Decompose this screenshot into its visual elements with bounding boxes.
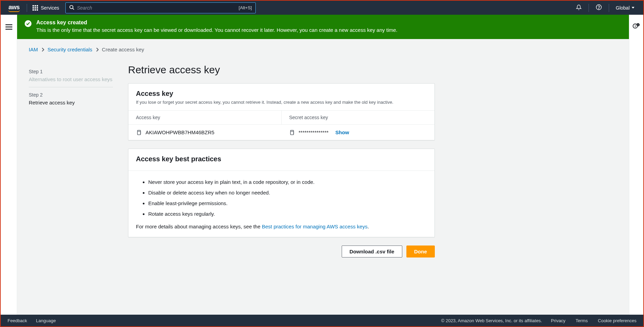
svg-text:i: i	[637, 23, 638, 26]
list-item: Enable least-privilege permissions.	[148, 200, 427, 207]
svg-rect-0	[33, 5, 34, 7]
done-button[interactable]: Done	[406, 246, 435, 257]
action-buttons: Download .csv file Done	[128, 246, 435, 257]
help-icon	[596, 4, 602, 11]
best-practices-list: Never store your access key in plain tex…	[136, 178, 427, 217]
search-icon	[69, 5, 74, 11]
divider	[589, 4, 589, 12]
list-item: Never store your access key in plain tex…	[148, 178, 427, 186]
step-1[interactable]: Step 1 Alternatives to root user access …	[29, 64, 113, 87]
aws-logo[interactable]: aws	[5, 4, 25, 12]
step-label: Alternatives to root user access keys	[29, 76, 113, 82]
panel-title: Access key best practices	[136, 155, 427, 163]
main-content-scroll[interactable]: Access key created This is the only time…	[17, 15, 629, 315]
column-header-access-key: Access key	[128, 111, 282, 124]
svg-rect-16	[138, 131, 141, 135]
copy-icon[interactable]	[136, 130, 141, 135]
banner-message: This is the only time that the secret ac…	[36, 27, 397, 33]
breadcrumb-current: Create access key	[102, 47, 144, 52]
notifications-button[interactable]	[571, 1, 586, 15]
divider	[609, 4, 609, 12]
svg-rect-4	[35, 7, 36, 9]
step-2[interactable]: Step 2 Retrieve access key	[29, 87, 113, 110]
svg-rect-6	[33, 9, 34, 11]
footer: Feedback Language © 2023, Amazon Web Ser…	[1, 315, 643, 326]
check-circle-icon	[25, 20, 31, 27]
svg-rect-17	[291, 131, 294, 135]
services-label: Services	[41, 5, 59, 11]
breadcrumb: IAM Security credentials Create access k…	[29, 47, 435, 52]
footer-language-link[interactable]: Language	[36, 318, 56, 323]
column-header-secret: Secret access key	[282, 111, 435, 124]
svg-rect-14	[5, 27, 12, 28]
panel-description: If you lose or forget your secret access…	[136, 100, 427, 105]
aws-smile-icon	[8, 10, 20, 12]
info-icon[interactable]: ii	[633, 22, 640, 31]
region-label: Global	[616, 5, 630, 11]
svg-rect-2	[37, 5, 38, 7]
bell-icon	[576, 4, 582, 11]
access-key-panel: Access key If you lose or forget your se…	[128, 83, 435, 140]
breadcrumb-iam[interactable]: IAM	[29, 47, 38, 52]
svg-point-9	[70, 5, 73, 8]
left-gutter	[1, 15, 17, 315]
best-practices-link[interactable]: Best practices for managing AWS access k…	[262, 224, 368, 229]
footer-terms-link[interactable]: Terms	[576, 318, 588, 323]
svg-rect-3	[33, 7, 34, 9]
footer-copyright: © 2023, Amazon Web Services, Inc. or its…	[441, 318, 542, 323]
help-button[interactable]	[591, 1, 607, 15]
svg-rect-15	[5, 29, 12, 30]
search-box[interactable]: [Alt+S]	[65, 2, 256, 13]
breadcrumb-security-credentials[interactable]: Security credentials	[48, 47, 92, 52]
download-csv-button[interactable]: Download .csv file	[342, 246, 402, 257]
svg-point-12	[598, 9, 599, 9]
footer-feedback-link[interactable]: Feedback	[8, 318, 27, 323]
secret-key-cell: *************** Show	[281, 125, 434, 140]
wizard-steps: Step 1 Alternatives to root user access …	[29, 64, 113, 257]
right-gutter: ii	[629, 15, 643, 315]
footer-cookies-link[interactable]: Cookie preferences	[598, 318, 636, 323]
svg-text:i: i	[634, 24, 635, 28]
top-navigation: aws Services [Alt+S] Global	[1, 1, 643, 15]
access-key-value: AKIAWOHPWBB7HM46BZR5	[146, 129, 214, 135]
footer-privacy-link[interactable]: Privacy	[551, 318, 566, 323]
region-selector[interactable]: Global	[611, 5, 639, 11]
svg-line-10	[73, 8, 74, 10]
search-shortcut: [Alt+S]	[239, 5, 252, 10]
grid-icon	[33, 5, 38, 11]
more-details-text: For more details about managing access k…	[136, 224, 427, 229]
search-input[interactable]	[77, 5, 239, 11]
services-menu-button[interactable]: Services	[29, 1, 63, 15]
svg-rect-5	[37, 7, 38, 9]
more-prefix: For more details about managing access k…	[136, 224, 262, 229]
show-secret-button[interactable]: Show	[336, 129, 349, 135]
svg-rect-8	[37, 9, 38, 11]
banner-title: Access key created	[36, 20, 397, 26]
chevron-right-icon	[41, 48, 44, 52]
divider	[27, 4, 27, 12]
panel-title: Access key	[136, 90, 427, 98]
more-suffix: .	[367, 224, 369, 229]
secret-masked: ***************	[299, 129, 329, 135]
best-practices-panel: Access key best practices Never store yo…	[128, 149, 435, 237]
chevron-right-icon	[96, 48, 99, 52]
success-banner: Access key created This is the only time…	[17, 15, 629, 39]
list-item: Disable or delete access key when no lon…	[148, 189, 427, 196]
step-number: Step 2	[29, 92, 113, 98]
caret-down-icon	[632, 7, 634, 9]
svg-rect-7	[35, 9, 36, 11]
page-title: Retrieve access key	[128, 64, 435, 76]
step-number: Step 1	[29, 69, 113, 74]
svg-rect-1	[35, 5, 36, 7]
list-item: Rotate access keys regularly.	[148, 210, 427, 217]
svg-rect-13	[5, 24, 12, 25]
copy-icon[interactable]	[289, 130, 294, 135]
hamburger-icon[interactable]	[5, 24, 12, 30]
access-key-cell: AKIAWOHPWBB7HM46BZR5	[128, 125, 281, 140]
step-label: Retrieve access key	[29, 100, 113, 105]
